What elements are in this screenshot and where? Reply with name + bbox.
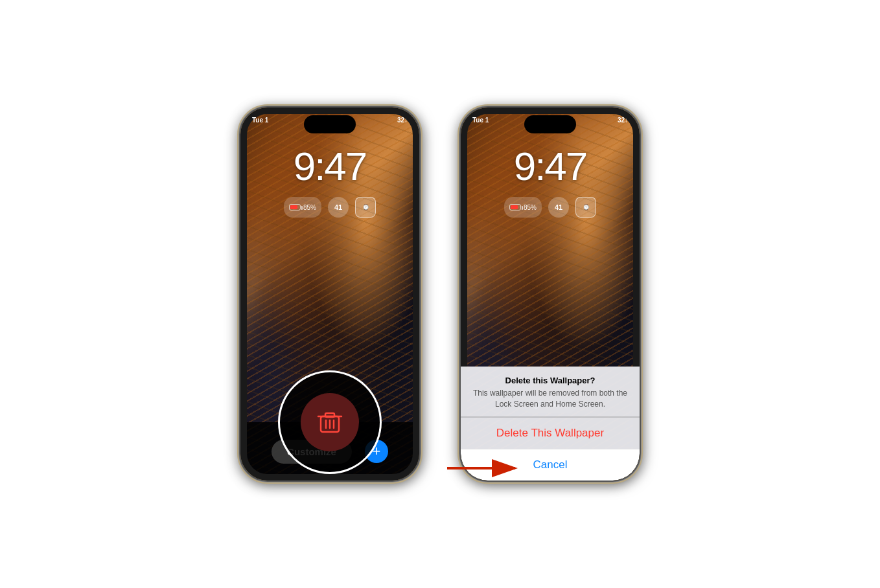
delete-wallpaper-button[interactable]: Delete This Wallpaper: [461, 417, 640, 449]
left-phone-wrapper: Tue 1 32↓ 9:47 85% 41 ⌚: [239, 106, 421, 482]
watch-widget: ⌚: [355, 197, 376, 218]
trash-icon: [316, 408, 344, 436]
r-temperature-widget: 41: [548, 197, 569, 218]
dynamic-island: [304, 115, 356, 133]
battery-widget: 85%: [284, 197, 321, 218]
r-battery-widget: 85%: [504, 197, 542, 218]
volume-up-button: [239, 169, 240, 186]
r-volume-down-button: [459, 195, 460, 212]
temperature-value: 41: [334, 203, 342, 211]
action-sheet: Delete this Wallpaper? This wallpaper wi…: [461, 367, 640, 481]
r-watch-widget: ⌚: [575, 197, 596, 218]
right-phone: Tue 1 32↓ 9:47 85% 41 ⌚: [459, 106, 641, 482]
svg-rect-2: [325, 413, 334, 417]
right-phone-wrapper: Tue 1 32↓ 9:47 85% 41 ⌚: [459, 106, 641, 482]
r-status-time-left: Tue 1: [472, 117, 489, 124]
battery-icon: [289, 204, 301, 210]
action-sheet-title: Delete this Wallpaper?: [471, 376, 629, 385]
action-sheet-message: This wallpaper will be removed from both…: [471, 388, 629, 410]
volume-down-button: [239, 195, 240, 212]
r-volume-up-button: [459, 169, 460, 186]
trash-delete-overlay[interactable]: [278, 370, 382, 474]
right-phone-screen: Tue 1 32↓ 9:47 85% 41 ⌚: [461, 107, 640, 481]
trash-inner: [301, 393, 359, 451]
cancel-button[interactable]: Cancel: [461, 449, 640, 481]
r-widgets-row: 85% 41 ⌚: [461, 197, 640, 218]
r-temperature-value: 41: [555, 203, 562, 211]
left-phone-screen: Tue 1 32↓ 9:47 85% 41 ⌚: [240, 107, 419, 481]
r-status-signal: 32↓: [618, 117, 628, 124]
r-battery-percent: 85%: [524, 204, 537, 211]
r-power-button: [640, 185, 641, 221]
battery-fill: [290, 205, 297, 209]
status-time-left: Tue 1: [252, 117, 268, 124]
r-battery-icon: [509, 204, 521, 210]
watch-icon: ⌚: [362, 204, 369, 210]
temperature-widget: 41: [328, 197, 349, 218]
r-lock-screen-time: 9:47: [461, 143, 640, 189]
r-watch-icon: ⌚: [583, 204, 590, 210]
action-sheet-header: Delete this Wallpaper? This wallpaper wi…: [461, 367, 640, 417]
widgets-row: 85% 41 ⌚: [240, 197, 419, 218]
silent-switch: [239, 221, 240, 238]
r-silent-switch: [459, 221, 460, 238]
r-dynamic-island: [524, 115, 576, 133]
power-button: [420, 185, 421, 221]
lock-screen-time: 9:47: [240, 143, 419, 189]
battery-percent: 85%: [303, 204, 316, 211]
r-battery-fill: [511, 205, 518, 209]
left-phone: Tue 1 32↓ 9:47 85% 41 ⌚: [239, 106, 421, 482]
status-signal: 32↓: [397, 117, 408, 124]
